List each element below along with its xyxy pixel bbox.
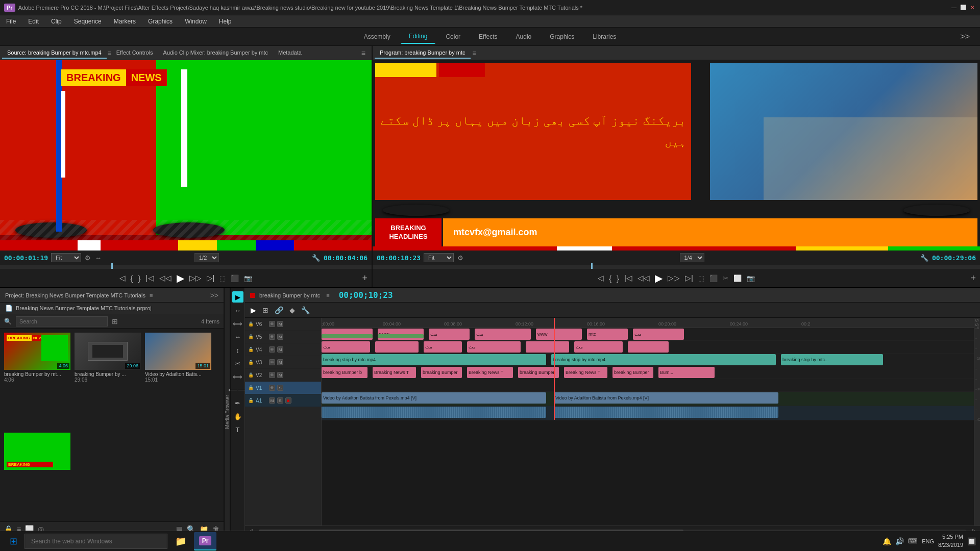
clip-v3-3[interactable]: breaking Bumper — [421, 367, 462, 378]
tl-link-btn[interactable]: 🔗 — [273, 305, 285, 315]
media-browser-tab[interactable]: Media Browser — [225, 288, 231, 536]
clip-v3-6[interactable]: Breaking News T — [564, 367, 607, 378]
clip-v6-fx2[interactable] — [378, 334, 424, 338]
track-record-a1[interactable]: ⏺ — [285, 397, 291, 404]
track-eye-v5[interactable]: 👁 — [269, 334, 275, 340]
tool-ripple[interactable]: ⟺ — [232, 318, 243, 329]
program-scrubber[interactable] — [373, 265, 980, 269]
clip-a1-1[interactable] — [322, 407, 546, 418]
thumb-item-4[interactable]: BREAKING — [4, 433, 70, 517]
clip-v3-2[interactable]: Breaking News T — [373, 367, 416, 378]
track-toggle-v2[interactable]: M — [277, 372, 283, 378]
menu-graphics[interactable]: Graphics — [146, 17, 175, 26]
track-lock-v1[interactable]: 🔒 — [248, 385, 254, 390]
track-lock-v2[interactable]: 🔒 — [248, 372, 254, 378]
source-scrubber[interactable] — [0, 265, 372, 269]
tab-audio[interactable]: Audio — [508, 30, 540, 43]
source-overwrite-btn[interactable]: ⬛ — [231, 274, 239, 282]
thumb-item-1[interactable]: BREAKING NEWS 4:06 breaking Bumper by mt… — [4, 333, 70, 429]
clip-v6-5[interactable]: www — [536, 329, 582, 340]
tool-slide[interactable]: ⟵⟶ — [232, 384, 243, 395]
source-camera-btn[interactable]: 📷 — [244, 274, 252, 282]
tl-select-tool[interactable]: ▶ — [249, 305, 258, 315]
thumb-item-3[interactable]: 15:01 Video by Adailton Batis... 15:01 — [145, 333, 211, 429]
source-mark-in-btn[interactable]: ◁ — [119, 273, 126, 283]
clip-v5-6[interactable]: مت — [574, 341, 623, 353]
source-fit-dropdown[interactable]: Fit 25% 50% 100% — [51, 253, 81, 262]
tab-effects[interactable]: Effects — [471, 30, 505, 43]
taskbar-notification-icon[interactable]: 🔲 — [967, 537, 976, 545]
tab-assembly[interactable]: Assembly — [356, 30, 399, 43]
tl-snap-btn[interactable]: ⊞ — [261, 305, 270, 315]
source-step-back-btn[interactable]: { — [131, 274, 133, 283]
tl-razor-tool[interactable]: 🔧 — [300, 305, 311, 315]
tab-effect-controls[interactable]: Effect Controls — [111, 47, 158, 59]
tool-razor[interactable]: ✂ — [232, 358, 243, 369]
track-solo-a1[interactable]: S — [277, 397, 283, 404]
program-lift-btn[interactable]: ⬚ — [698, 274, 704, 282]
source-rewind-btn[interactable]: ◁◁ — [159, 273, 172, 283]
timeline-playhead[interactable] — [554, 318, 555, 420]
thumb-item-2[interactable]: 29:06 breaking Bumper by ... 29:06 — [75, 333, 141, 429]
tool-rolling[interactable]: ↔ — [232, 331, 243, 342]
track-toggle-v5[interactable]: M — [277, 334, 283, 340]
tab-audio-clip-mixer[interactable]: Audio Clip Mixer: breaking Bumper by mtc — [158, 47, 273, 59]
program-step-fwd-btn[interactable]: } — [617, 274, 619, 283]
tab-source[interactable]: Source: breaking Bumper by mtc.mp4 — [2, 47, 107, 59]
program-settings-icon[interactable]: ⚙ — [457, 254, 464, 262]
program-play-btn[interactable]: ▶ — [655, 272, 663, 284]
track-eye-v4[interactable]: 👁 — [269, 346, 275, 353]
source-tab-menu[interactable]: ≡ — [108, 49, 111, 57]
program-extract-btn[interactable]: ⬛ — [709, 274, 718, 282]
source-go-out-btn[interactable]: ▷| — [207, 273, 215, 283]
tab-graphics[interactable]: Graphics — [542, 30, 582, 43]
track-eye-v1[interactable]: 👁 — [269, 385, 275, 391]
track-lock-v6[interactable]: 🔒 — [248, 321, 254, 327]
clip-v5-3[interactable]: مت — [424, 341, 462, 353]
source-play-btn[interactable]: ▶ — [177, 272, 184, 284]
clip-v4-2[interactable]: breaking strip by mtc.mp4 — [551, 354, 776, 365]
tool-text[interactable]: T — [232, 424, 243, 435]
track-toggle-v4[interactable]: M — [277, 346, 283, 353]
track-mute-a1[interactable]: M — [269, 397, 275, 404]
clip-v5-4[interactable]: مت — [467, 341, 521, 353]
start-button[interactable]: ⊞ — [4, 532, 22, 550]
clip-v3-5[interactable]: breaking Bumper — [518, 367, 559, 378]
clip-v5-7[interactable] — [628, 341, 669, 353]
menu-help[interactable]: Help — [217, 17, 234, 26]
taskbar-file-explorer[interactable]: 📁 — [169, 532, 192, 550]
clip-v3-8[interactable]: Bum... — [658, 367, 715, 378]
track-toggle-v3[interactable]: M — [277, 359, 283, 365]
program-add-btn[interactable]: + — [970, 273, 976, 284]
tool-pen[interactable]: ✒ — [232, 397, 243, 409]
tool-track-select[interactable]: ↔ — [232, 305, 243, 316]
clip-v4-1[interactable]: breaking strip by mtc.mp4 — [322, 354, 546, 365]
clip-v3-4[interactable]: Breaking News T — [467, 367, 513, 378]
menu-edit[interactable]: Edit — [26, 17, 41, 26]
taskbar-clock[interactable]: 5:25 PM 8/23/2019 — [938, 533, 963, 549]
program-go-out-btn[interactable]: ▷| — [685, 273, 693, 283]
minimize-button[interactable]: — — [950, 4, 958, 11]
menu-markers[interactable]: Markers — [112, 17, 138, 26]
tool-rate-stretch[interactable]: ↕ — [232, 344, 243, 356]
track-sync-v1[interactable]: S — [277, 385, 283, 391]
timeline-menu-icon[interactable]: ≡ — [326, 292, 329, 298]
program-fullscreen-btn[interactable]: ⬜ — [733, 274, 742, 282]
track-eye-v3[interactable]: 👁 — [269, 359, 275, 365]
taskbar-volume-icon[interactable]: 🔊 — [895, 537, 904, 545]
timeline-close-icon[interactable] — [250, 293, 255, 298]
source-step-fwd-btn[interactable]: } — [138, 274, 141, 283]
source-go-in-btn[interactable]: |◁ — [146, 273, 154, 283]
clip-v3-1[interactable]: breaking Bumper b — [322, 367, 368, 378]
program-step-back-btn[interactable]: { — [609, 274, 611, 283]
close-button[interactable]: ✕ — [969, 4, 976, 11]
source-panel-menu[interactable]: ≡ — [357, 47, 370, 59]
taskbar-network-icon[interactable]: 🔔 — [883, 537, 891, 545]
track-lock-a1[interactable]: 🔒 — [248, 398, 254, 403]
clip-v4-3[interactable]: breaking strip by mtc... — [781, 354, 883, 365]
clip-v1-2[interactable]: Video by Adailton Batista from Pexels.mp… — [554, 392, 778, 404]
tool-hand[interactable]: ✋ — [232, 411, 243, 422]
track-eye-v6[interactable]: 👁 — [269, 321, 275, 327]
menu-window[interactable]: Window — [183, 17, 209, 26]
tool-select[interactable]: ▶ — [232, 291, 243, 303]
